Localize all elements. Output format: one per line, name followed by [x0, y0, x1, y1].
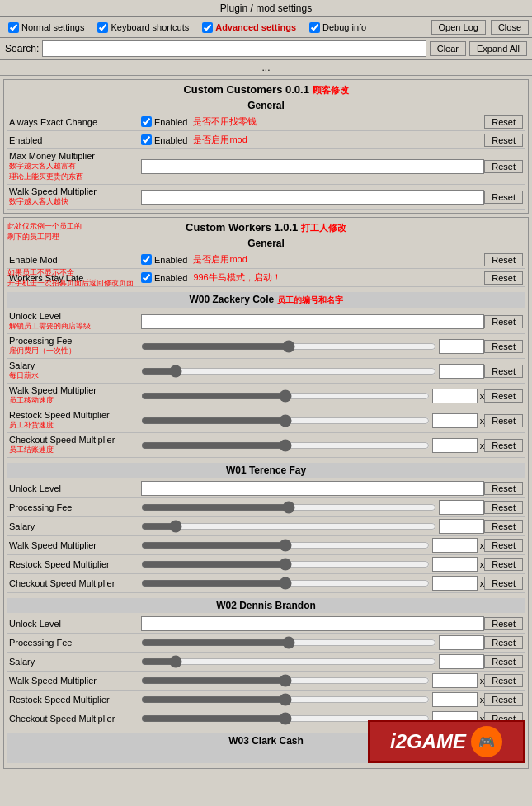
w00-fee-note: 雇佣费用（一次性）: [9, 346, 141, 356]
w01-walk-label: Walk Speed Multiplier: [9, 540, 97, 550]
tab-keyboard-label: Keyboard shortcuts: [111, 22, 189, 32]
enable-mod-reset[interactable]: Reset: [484, 253, 523, 266]
w00-unlock-reset[interactable]: Reset: [484, 315, 523, 328]
tab-debug[interactable]: Debug info: [304, 21, 371, 35]
walk-speed-note: 数字越大客人越快: [9, 196, 141, 207]
w01-salary-reset[interactable]: Reset: [484, 520, 523, 533]
w02-restock-reset[interactable]: Reset: [484, 693, 523, 706]
w02-fee-label: Processing Fee: [9, 638, 72, 648]
w02-walk-value[interactable]: 100.00: [432, 673, 478, 688]
w02-restock-value[interactable]: 100.00: [432, 692, 478, 707]
clear-button[interactable]: Clear: [430, 41, 466, 56]
w02-fee-reset[interactable]: Reset: [484, 636, 523, 649]
w01-walk-reset[interactable]: Reset: [484, 539, 523, 552]
w00-checkout-value[interactable]: 100.00: [432, 438, 478, 453]
w02-unlock-input[interactable]: 1: [141, 616, 484, 631]
w01-salary-row: Salary 1.0 Reset: [7, 517, 525, 536]
w01-unlock-input[interactable]: 1: [141, 481, 484, 496]
igame-icon: 🎮: [471, 726, 502, 757]
walk-speed-reset[interactable]: Reset: [484, 191, 523, 204]
w01-salary-value[interactable]: 1.0: [439, 519, 484, 534]
w00-restock-slider[interactable]: [141, 414, 430, 427]
always-exact-reset[interactable]: Reset: [484, 115, 523, 129]
search-label: Search:: [5, 43, 39, 54]
w01-fee-slider[interactable]: [141, 501, 436, 514]
w00-checkout-reset[interactable]: Reset: [484, 439, 523, 452]
w01-walk-value[interactable]: 100.00: [432, 538, 478, 553]
w02-walk-reset[interactable]: Reset: [484, 674, 523, 687]
w00-fee-value[interactable]: 500.0: [439, 339, 484, 354]
w00-fee-slider[interactable]: [141, 340, 436, 353]
w02-restock-slider[interactable]: [141, 693, 430, 706]
close-button[interactable]: Close: [491, 20, 529, 35]
w00-salary-value[interactable]: 1.0: [439, 364, 484, 379]
open-log-button[interactable]: Open Log: [431, 20, 486, 35]
w00-salary-slider[interactable]: [141, 365, 436, 378]
w01-fee-value[interactable]: 1000.0: [439, 500, 484, 515]
custom-customers-section: Custom Customers 0.0.1 顾客修改 General Alwa…: [3, 79, 529, 214]
w01-walk-slider[interactable]: [141, 539, 430, 552]
w00-unlock-row: Unlock Level 解锁员工需要的商店等级 1 Reset: [7, 309, 525, 334]
w01-checkout-reset[interactable]: Reset: [484, 577, 523, 590]
w00-unlock-input[interactable]: 1: [141, 314, 484, 329]
dots-separator: ...: [0, 60, 532, 76]
w01-unlock-reset[interactable]: Reset: [484, 482, 523, 495]
workers-stay-late-checkbox[interactable]: [141, 272, 152, 283]
tab-keyboard-check[interactable]: [97, 22, 108, 33]
w00-unlock-label: Unlock Level: [9, 311, 61, 321]
tab-advanced-check[interactable]: [202, 22, 213, 33]
w00-restock-value[interactable]: 100.00: [432, 413, 478, 428]
w02-walk-slider[interactable]: [141, 674, 430, 687]
enabled-checkbox[interactable]: [141, 134, 152, 145]
w01-restock-slider[interactable]: [141, 558, 430, 571]
w00-walk-note: 员工移动速度: [9, 395, 141, 406]
w02-fee-slider[interactable]: [141, 636, 436, 649]
w00-salary-label: Salary: [9, 361, 35, 370]
enabled-reset[interactable]: Reset: [484, 134, 523, 147]
w02-salary-label: Salary: [9, 657, 35, 667]
w00-checkout-slider[interactable]: [141, 439, 430, 452]
w01-salary-slider[interactable]: [141, 520, 436, 533]
w01-walk-row: Walk Speed Multiplier 100.00 x Reset: [7, 536, 525, 555]
w00-walk-value[interactable]: 100.00: [432, 389, 478, 403]
search-input[interactable]: [42, 40, 426, 57]
w01-checkout-slider[interactable]: [141, 577, 430, 590]
w00-fee-reset[interactable]: Reset: [484, 340, 523, 353]
w00-walk-slider[interactable]: [141, 389, 430, 403]
workers-stay-late-reset[interactable]: Reset: [484, 271, 523, 285]
walk-speed-input[interactable]: 2.0: [141, 190, 484, 205]
scroll-container[interactable]: Custom Customers 0.0.1 顾客修改 General Alwa…: [0, 76, 532, 806]
expand-all-button[interactable]: Expand All: [469, 41, 527, 56]
w02-unlock-reset[interactable]: Reset: [484, 617, 523, 630]
w01-fee-reset[interactable]: Reset: [484, 501, 523, 514]
tab-normal[interactable]: Normal settings: [3, 21, 89, 35]
w02-restock-row: Restock Speed Multiplier 100.00 x Reset: [7, 691, 525, 709]
w00-salary-reset[interactable]: Reset: [484, 365, 523, 378]
w00-walk-reset[interactable]: Reset: [484, 389, 523, 403]
always-exact-checkbox[interactable]: [141, 116, 152, 127]
w00-salary-note: 每日薪水: [9, 370, 141, 381]
custom-workers-section: 此处仅示例一个员工的剩下的员工同理 Custom Workers 1.0.1 打…: [3, 217, 529, 769]
max-money-reset[interactable]: Reset: [484, 160, 523, 173]
enable-mod-checkbox[interactable]: [141, 254, 152, 265]
max-money-input[interactable]: 3.0: [141, 159, 484, 174]
custom-customers-general: General: [7, 100, 525, 111]
w01-checkout-value[interactable]: 100.00: [432, 576, 478, 591]
tab-debug-check[interactable]: [309, 22, 320, 33]
tab-keyboard[interactable]: Keyboard shortcuts: [92, 21, 194, 35]
w01-restock-reset[interactable]: Reset: [484, 558, 523, 571]
w00-restock-row: Restock Speed Multiplier 员工补货速度 100.00 x…: [7, 408, 525, 433]
w02-fee-value[interactable]: 2000.0: [439, 635, 484, 650]
tab-advanced[interactable]: Advanced settings: [197, 21, 301, 35]
tab-normal-check[interactable]: [8, 22, 19, 33]
w01-restock-value[interactable]: 100.00: [432, 557, 478, 572]
w02-salary-slider[interactable]: [141, 655, 436, 668]
w00-fee-row: Processing Fee 雇佣费用（一次性） 500.0 Reset: [7, 334, 525, 359]
w01-restock-row: Restock Speed Multiplier 100.00 x Reset: [7, 555, 525, 574]
enabled-enabled: Enabled: [154, 135, 187, 145]
w02-checkout-label: Checkout Speed Multiplier: [9, 714, 115, 724]
enabled-note: 是否启用mod: [193, 134, 247, 146]
w02-salary-value[interactable]: 1.0: [439, 654, 484, 669]
w02-salary-reset[interactable]: Reset: [484, 655, 523, 668]
w00-restock-reset[interactable]: Reset: [484, 414, 523, 427]
